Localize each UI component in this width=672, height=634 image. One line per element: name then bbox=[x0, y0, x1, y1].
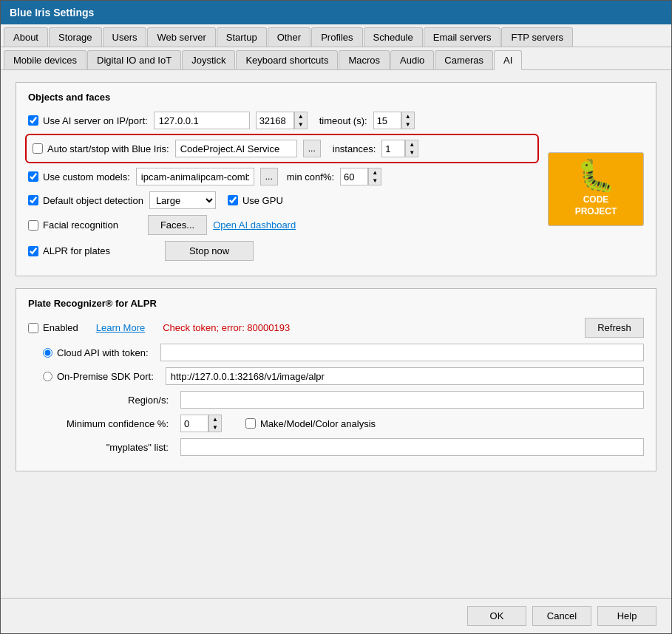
alpr-label[interactable]: ALPR for plates bbox=[28, 245, 110, 256]
objects-inner: Use AI server on IP/port: ▲ ▼ timeout (s… bbox=[28, 112, 644, 267]
plate-min-conf-spin-up[interactable]: ▲ bbox=[209, 415, 221, 423]
refresh-button[interactable]: Refresh bbox=[585, 318, 644, 338]
plate-min-conf-input[interactable] bbox=[180, 415, 208, 432]
instances-label: instances: bbox=[333, 143, 376, 154]
detection-size-select[interactable]: Large Medium Small bbox=[149, 191, 216, 209]
tab-mobile-devices[interactable]: Mobile devices bbox=[4, 50, 86, 69]
tab-cameras[interactable]: Cameras bbox=[435, 50, 493, 69]
instances-spin-up[interactable]: ▲ bbox=[406, 140, 418, 149]
make-model-label[interactable]: Make/Model/Color analysis bbox=[245, 418, 376, 429]
facial-recognition-row: Facial recognition Faces... Open AI dash… bbox=[28, 215, 536, 235]
cloud-api-token-input[interactable] bbox=[160, 344, 644, 361]
help-button[interactable]: Help bbox=[597, 606, 656, 626]
tab-email-servers[interactable]: Email servers bbox=[424, 27, 501, 47]
auto-start-label[interactable]: Auto start/stop with Blue Iris: bbox=[33, 143, 169, 154]
ok-button[interactable]: OK bbox=[467, 606, 526, 626]
custom-models-input[interactable] bbox=[136, 168, 254, 185]
use-ai-server-label[interactable]: Use AI server on IP/port: bbox=[28, 115, 148, 126]
tab-about[interactable]: About bbox=[4, 27, 48, 47]
facial-recognition-label[interactable]: Facial recognition bbox=[28, 219, 118, 231]
tab-digital-io[interactable]: Digital IO and IoT bbox=[87, 50, 181, 69]
region-row: Region/s: bbox=[28, 391, 644, 409]
min-conf-spin-down[interactable]: ▼ bbox=[369, 177, 381, 185]
learn-more-button[interactable]: Learn More bbox=[96, 322, 145, 333]
default-detection-row: Default object detection Large Medium Sm… bbox=[28, 191, 536, 209]
logo-text: CODE PROJECT bbox=[575, 194, 617, 217]
tab-schedule[interactable]: Schedule bbox=[364, 27, 423, 47]
logo-bug-icon: 🐛 bbox=[575, 160, 617, 191]
code-project-logo: 🐛 CODE PROJECT bbox=[548, 112, 644, 267]
main-window: Blue Iris Settings About Storage Users W… bbox=[0, 0, 672, 634]
tab-ai[interactable]: AI bbox=[494, 50, 522, 70]
plate-min-conf-spin-down[interactable]: ▼ bbox=[209, 423, 221, 432]
plate-min-conf-spinbox: ▲ ▼ bbox=[180, 415, 222, 432]
cloud-api-radio[interactable] bbox=[43, 348, 52, 358]
ai-server-ip-input[interactable] bbox=[154, 112, 250, 129]
alpr-checkbox[interactable] bbox=[28, 246, 38, 256]
tab-audio[interactable]: Audio bbox=[390, 50, 434, 69]
port-spin-down[interactable]: ▼ bbox=[295, 120, 307, 129]
tab-startup[interactable]: Startup bbox=[217, 27, 267, 47]
plate-enabled-row: Enabled Learn More Check token; error: 8… bbox=[28, 318, 644, 338]
custom-models-browse-button[interactable]: ... bbox=[260, 168, 278, 185]
auto-start-row: Auto start/stop with Blue Iris: ... inst… bbox=[33, 140, 532, 157]
service-name-input[interactable] bbox=[175, 140, 297, 157]
default-detection-label[interactable]: Default object detection bbox=[28, 195, 143, 206]
faces-button[interactable]: Faces... bbox=[148, 215, 207, 235]
custom-models-row: Use custom models: ... min conf%: ▲ ▼ bbox=[28, 168, 536, 185]
min-conf-input[interactable] bbox=[340, 168, 368, 185]
default-detection-checkbox[interactable] bbox=[28, 195, 38, 205]
port-spin-up[interactable]: ▲ bbox=[295, 112, 307, 120]
tab-keyboard-shortcuts[interactable]: Keyboard shortcuts bbox=[236, 50, 338, 69]
cloud-api-label[interactable]: Cloud API with token: bbox=[43, 347, 149, 358]
tab-other[interactable]: Other bbox=[268, 27, 311, 47]
plate-enabled-label[interactable]: Enabled bbox=[28, 322, 78, 333]
custom-models-label[interactable]: Use custom models: bbox=[28, 171, 130, 183]
tab-webserver[interactable]: Web server bbox=[147, 27, 215, 47]
timeout-spin-down[interactable]: ▼ bbox=[402, 120, 414, 129]
plate-section-title: Plate Recognizer® for ALPR bbox=[28, 298, 644, 309]
use-ai-server-checkbox[interactable] bbox=[28, 115, 38, 126]
on-premise-label[interactable]: On-Premise SDK Port: bbox=[43, 371, 154, 382]
tab-storage[interactable]: Storage bbox=[49, 27, 102, 47]
make-model-checkbox[interactable] bbox=[245, 418, 256, 429]
use-gpu-label[interactable]: Use GPU bbox=[228, 195, 283, 206]
tab-joystick[interactable]: Joystick bbox=[182, 50, 235, 69]
open-ai-dashboard-button[interactable]: Open AI dashboard bbox=[213, 219, 296, 231]
main-content: Objects and faces Use AI server on IP/po… bbox=[1, 70, 671, 598]
use-gpu-checkbox[interactable] bbox=[228, 195, 238, 205]
instances-input[interactable] bbox=[381, 140, 405, 157]
footer: OK Cancel Help bbox=[1, 598, 671, 633]
tab-users[interactable]: Users bbox=[103, 27, 147, 47]
tab-macros[interactable]: Macros bbox=[339, 50, 390, 69]
use-ai-server-row: Use AI server on IP/port: ▲ ▼ timeout (s… bbox=[28, 112, 536, 129]
service-browse-button[interactable]: ... bbox=[303, 140, 321, 157]
window-title: Blue Iris Settings bbox=[10, 7, 94, 18]
on-premise-url-input[interactable] bbox=[166, 367, 644, 385]
timeout-spin-buttons: ▲ ▼ bbox=[401, 112, 415, 129]
timeout-input[interactable] bbox=[373, 112, 401, 129]
plate-recognizer-section: Plate Recognizer® for ALPR Enabled Learn… bbox=[16, 288, 656, 471]
timeout-spinbox: ▲ ▼ bbox=[373, 112, 415, 129]
ai-server-port-spinbox: ▲ ▼ bbox=[256, 112, 308, 129]
on-premise-radio[interactable] bbox=[43, 372, 52, 381]
region-label: Region/s: bbox=[28, 395, 169, 406]
min-conf-label: min conf%: bbox=[287, 171, 334, 183]
myplates-input[interactable] bbox=[180, 438, 644, 456]
stop-now-button[interactable]: Stop now bbox=[165, 241, 254, 261]
ai-server-port-input[interactable] bbox=[256, 112, 294, 129]
min-conf-spin-up[interactable]: ▲ bbox=[369, 168, 381, 177]
plate-enabled-checkbox[interactable] bbox=[28, 323, 38, 333]
tab-ftp-servers[interactable]: FTP servers bbox=[501, 27, 573, 47]
cancel-button[interactable]: Cancel bbox=[532, 606, 591, 626]
auto-start-checkbox[interactable] bbox=[33, 143, 43, 154]
alpr-row: ALPR for plates Stop now bbox=[28, 241, 536, 261]
instances-spin-down[interactable]: ▼ bbox=[406, 149, 418, 157]
region-input[interactable] bbox=[180, 391, 644, 409]
min-conf-spinbox: ▲ ▼ bbox=[340, 168, 381, 185]
objects-section-title: Objects and faces bbox=[28, 92, 644, 103]
custom-models-checkbox[interactable] bbox=[28, 171, 38, 182]
facial-recognition-checkbox[interactable] bbox=[28, 220, 38, 231]
timeout-spin-up[interactable]: ▲ bbox=[402, 112, 414, 120]
tab-profiles[interactable]: Profiles bbox=[311, 27, 362, 47]
